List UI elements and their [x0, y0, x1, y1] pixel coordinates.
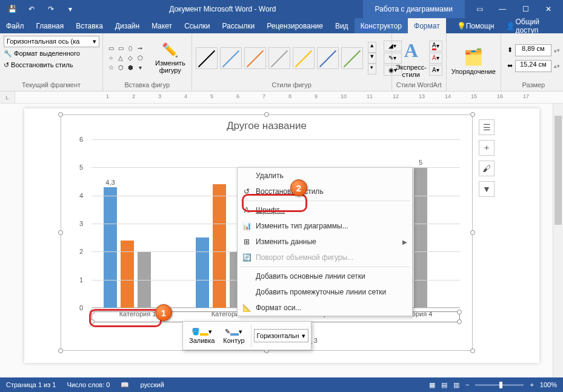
- chart-title[interactable]: Другое название: [61, 115, 472, 137]
- reset-style-button[interactable]: ↺ Восстановить стиль: [4, 60, 73, 70]
- ctx-add-minor-gridlines[interactable]: Добавить промежуточные линии сетки: [238, 284, 412, 300]
- zoom-in-icon[interactable]: +: [530, 381, 533, 388]
- ctx-change-chart-type[interactable]: 📊Изменить тип диаграммы...: [238, 218, 412, 234]
- window-title: Документ Microsoft Word - Word: [82, 5, 363, 13]
- window-controls: ▭ — ☐ ✕: [465, 3, 563, 15]
- ctx-add-major-gridlines[interactable]: Добавить основные линии сетки: [238, 268, 412, 284]
- resize-handle[interactable]: [470, 348, 475, 353]
- tab-mailings[interactable]: Рассылки: [216, 18, 261, 33]
- chart-styles-button[interactable]: 🖌: [479, 161, 495, 176]
- ctx-label: Изменить данные: [256, 238, 316, 246]
- tab-constructor[interactable]: Конструктор: [355, 18, 408, 33]
- resize-handle[interactable]: [58, 230, 63, 235]
- ctx-font[interactable]: AШрифт...: [238, 202, 412, 218]
- ctx-delete[interactable]: Удалить: [238, 168, 412, 184]
- arrange-button[interactable]: 🗂️ Упорядочение: [447, 47, 501, 76]
- tab-design[interactable]: Дизайн: [109, 18, 145, 33]
- tab-share-label: Общий доступ: [515, 18, 552, 35]
- minimize-icon[interactable]: —: [496, 3, 508, 15]
- arrange-icon: 🗂️: [464, 48, 483, 67]
- bar[interactable]: [104, 187, 117, 308]
- width-input[interactable]: 15,24 см: [515, 60, 551, 72]
- mini-toolbar: 🪣▾ Заливка ✎▾ Контур Горизонтальн▾: [182, 321, 311, 350]
- format-selection-button[interactable]: 🔧 Формат выделенного: [4, 48, 80, 59]
- status-language[interactable]: русский: [140, 381, 164, 388]
- vertical-scrollbar[interactable]: [553, 104, 563, 377]
- text-outline-button[interactable]: A▾: [429, 53, 442, 64]
- y-tick-label: 0: [79, 304, 83, 311]
- bar[interactable]: [121, 241, 134, 308]
- ribbon-options-icon[interactable]: ▭: [473, 3, 485, 15]
- change-shape-icon: ✏️: [162, 42, 178, 58]
- tab-format[interactable]: Формат: [408, 18, 446, 33]
- chart-element-selector[interactable]: Горизонтальная ось (ка▾: [4, 36, 99, 47]
- spinner-icon[interactable]: ▴▾: [554, 63, 560, 69]
- chart-filters-button[interactable]: ▼: [479, 181, 495, 197]
- view-read-icon[interactable]: ▦: [429, 381, 435, 389]
- ctx-change-data[interactable]: ⊞Изменить данные▶: [238, 234, 412, 250]
- tab-file[interactable]: Файл: [0, 18, 30, 33]
- resize-handle[interactable]: [470, 230, 475, 235]
- bar[interactable]: [196, 238, 209, 308]
- group-label-wordart: Стили WordArt: [396, 80, 442, 88]
- tab-review[interactable]: Рецензирование: [261, 18, 329, 33]
- layout-options-button[interactable]: ☰: [479, 119, 495, 135]
- status-page[interactable]: Страница 1 из 1: [6, 381, 56, 388]
- shape-style-gallery[interactable]: [196, 47, 363, 69]
- resize-handle[interactable]: [264, 112, 269, 117]
- text-effects-button[interactable]: A▾: [429, 65, 442, 76]
- tab-home[interactable]: Главная: [30, 18, 70, 33]
- save-icon[interactable]: 💾: [6, 3, 18, 15]
- qat-dropdown-icon[interactable]: ▾: [64, 3, 76, 15]
- chart-elements-button[interactable]: ＋: [479, 140, 495, 156]
- wordart-quick-styles[interactable]: A Экспресс- стили: [396, 38, 427, 78]
- group-label-size: Размер: [505, 80, 562, 88]
- ribbon-tabs: Файл Главная Вставка Дизайн Макет Ссылки…: [0, 18, 563, 33]
- zoom-out-icon[interactable]: −: [465, 381, 469, 388]
- bar[interactable]: [213, 184, 226, 308]
- tab-references[interactable]: Ссылки: [178, 18, 216, 33]
- shape-gallery[interactable]: ▭▭⬯➙ ○△◇⬠ ☆⬡⬢▾: [107, 44, 149, 72]
- resize-handle[interactable]: [58, 112, 63, 117]
- ctx-axis-format[interactable]: 📐Формат оси...: [238, 300, 412, 316]
- chart-type-icon: 📊: [241, 222, 252, 230]
- title-bar: 💾 ↶ ↷ ▾ Документ Microsoft Word - Word Р…: [0, 0, 563, 18]
- scrollbar-thumb[interactable]: [555, 116, 562, 225]
- resize-handle[interactable]: [470, 112, 475, 117]
- tab-help-label: Помощн: [466, 22, 495, 30]
- y-tick-label: 5: [79, 164, 83, 171]
- maximize-icon[interactable]: ☐: [519, 3, 531, 15]
- text-fill-button[interactable]: A▾: [429, 41, 442, 51]
- mini-outline-button[interactable]: ✎▾ Контур: [219, 327, 248, 345]
- ctx-label: Удалить: [256, 171, 284, 180]
- view-web-icon[interactable]: ▥: [453, 381, 459, 389]
- gallery-scroll[interactable]: ▲ ▼ ▾: [368, 42, 376, 75]
- ctx-reset-style[interactable]: ↺Восстановить стиль: [238, 184, 412, 199]
- resize-handle[interactable]: [58, 348, 63, 353]
- proofing-icon[interactable]: 📖: [121, 381, 129, 389]
- context-menu: Удалить ↺Восстановить стиль AШрифт... 📊И…: [237, 167, 413, 316]
- document-area[interactable]: Другое название 4,334,55 0123456 Категор…: [0, 104, 563, 377]
- tab-view[interactable]: Вид: [329, 18, 355, 33]
- redo-icon[interactable]: ↷: [45, 3, 57, 15]
- status-words[interactable]: Число слов: 0: [67, 381, 110, 388]
- ctx-label: Добавить основные линии сетки: [256, 272, 365, 281]
- bar[interactable]: [414, 167, 427, 308]
- change-shape-button[interactable]: ✏️ Изменить фигуру: [153, 41, 188, 75]
- mini-fill-button[interactable]: 🪣▾ Заливка: [185, 327, 218, 345]
- zoom-slider[interactable]: [475, 384, 524, 386]
- tab-share[interactable]: 👤 Общий доступ: [500, 18, 558, 33]
- zoom-level[interactable]: 100%: [540, 381, 557, 388]
- close-icon[interactable]: ✕: [542, 3, 555, 15]
- horizontal-ruler[interactable]: 1234567891011121314151617: [15, 91, 563, 103]
- tab-layout[interactable]: Макет: [145, 18, 178, 33]
- height-input[interactable]: 8,89 см: [515, 44, 551, 56]
- undo-icon[interactable]: ↶: [25, 3, 38, 15]
- chart-object[interactable]: Другое название 4,334,55 0123456 Категор…: [61, 115, 473, 351]
- view-print-icon[interactable]: ▤: [441, 381, 447, 389]
- tab-insert[interactable]: Вставка: [70, 18, 109, 33]
- mini-axis-select[interactable]: Горизонтальн▾: [254, 329, 308, 342]
- change-shape-label: Изменить фигуру: [155, 59, 185, 74]
- spinner-icon[interactable]: ▴▾: [554, 47, 560, 53]
- tab-help[interactable]: 💡 Помощн: [451, 18, 501, 33]
